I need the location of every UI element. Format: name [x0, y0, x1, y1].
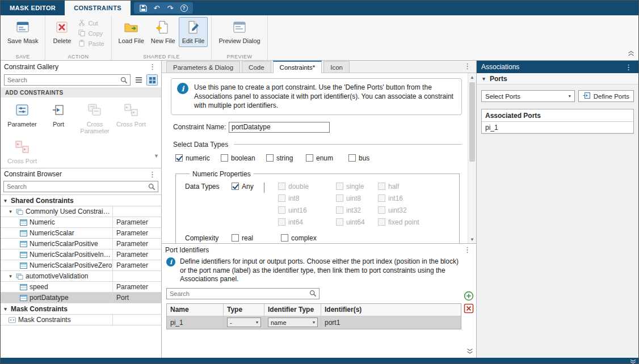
scroll-down-icon[interactable]: ▼ [468, 235, 476, 243]
collapse-statusbar-icon[interactable] [630, 358, 636, 364]
tab-constraints-pane[interactable]: Constraints* [273, 61, 322, 73]
gallery-search-input[interactable] [5, 77, 120, 83]
constraint-form: i Use this pane to create a port constra… [162, 73, 468, 243]
expander-icon[interactable]: ▾ [7, 273, 14, 279]
expander-icon[interactable]: ▾ [2, 198, 9, 204]
editor-scrollbar[interactable]: ▲ ▼ [468, 73, 476, 243]
constraint-icon [20, 294, 27, 302]
associated-ports-table: Associated Ports pi_1 [481, 109, 634, 134]
grid-view-toggle[interactable] [146, 74, 158, 86]
checkbox-enum[interactable]: enum [306, 154, 348, 162]
search-icon [309, 290, 317, 297]
checkbox-string[interactable]: string [266, 154, 306, 162]
checkbox-complex[interactable]: complex [281, 234, 317, 242]
tree-item-numericscalarpositivezero[interactable]: NumericScalarPositiveZero Parameter [1, 260, 161, 271]
constraint-gallery-header: Constraint Gallery ⋮ [1, 61, 161, 73]
gallery-menu-icon[interactable]: ⋮ [147, 63, 158, 70]
type-dropdown[interactable]: -▾ [227, 318, 261, 327]
preview-dialog-button[interactable]: Preview Dialog [215, 17, 263, 47]
tree-item-portdatatype[interactable]: portDatatype Port [1, 293, 161, 303]
checkbox-boolean[interactable]: boolean [221, 154, 266, 162]
ribbon-group-save: Save Mask SAVE [1, 15, 45, 60]
chevron-down-icon: ▾ [256, 320, 258, 325]
column-header-identifier-type: Identifier Type [264, 304, 321, 316]
tree-group-commonly-used[interactable]: ▾ Commonly Used Constraints (R... [1, 206, 161, 217]
cut-icon [78, 19, 85, 27]
undo-icon[interactable]: ↶ [152, 3, 161, 12]
tree-section-mask-constraints[interactable]: ▾ Mask Constraints [1, 303, 161, 315]
new-file-button[interactable]: New File [148, 17, 179, 47]
collapse-panel-icon[interactable] [466, 348, 473, 356]
expander-icon: ▾ [481, 76, 487, 82]
delete-icon [54, 20, 69, 36]
checkbox-bus[interactable]: bus [348, 154, 369, 162]
delete-port-identifier-button[interactable] [464, 303, 474, 314]
library-icon [16, 273, 23, 280]
checkbox-any[interactable]: Any [232, 183, 264, 191]
tree-item-speed[interactable]: speed Parameter [1, 282, 161, 293]
info-text: Use this pane to create a port constrain… [194, 83, 456, 111]
tree-item-numeric[interactable]: Numeric Parameter [1, 217, 161, 228]
browser-search-input[interactable] [4, 183, 148, 190]
delete-button[interactable]: Delete [49, 17, 75, 47]
tree-item-mask-constraints[interactable]: Mask Constraints [1, 315, 161, 325]
associations-menu-icon[interactable]: ⋮ [623, 64, 634, 71]
gallery-scroll-down-icon[interactable]: ▼ [154, 153, 159, 159]
group-label-save: SAVE [1, 54, 45, 60]
checkbox [278, 218, 285, 226]
identifier-type-dropdown[interactable]: name▾ [268, 318, 318, 327]
ribbon-group-preview: Preview Dialog PREVIEW [212, 15, 267, 60]
gallery-item-cross-parameter: Cross Parameter [77, 100, 113, 137]
port-identifiers-menu-icon[interactable]: ⋮ [462, 246, 473, 253]
tab-code[interactable]: Code [242, 61, 271, 73]
tree-item-numericscalarpositive[interactable]: NumericScalarPositive Parameter [1, 239, 161, 249]
ports-section-header[interactable]: ▾ Ports [477, 73, 638, 84]
ribbon-group-shared-file: Load File New File Edit File SHARED FILE [112, 15, 212, 60]
port-identifiers-search-input[interactable] [167, 290, 309, 297]
associated-port-row[interactable]: pi_1 [482, 122, 633, 133]
help-icon[interactable]: ? [179, 3, 188, 12]
tree-group-automotivevalidation[interactable]: ▾ automotiveValidation [1, 271, 161, 282]
checkbox [278, 206, 285, 214]
gallery-item-port[interactable]: Port [40, 100, 77, 137]
checkbox-real[interactable]: real [232, 234, 281, 242]
constraint-gallery-grid: Parameter Port Cross Parameter Cross Por… [1, 98, 161, 168]
tree-item-numericscalar[interactable]: NumericScalar Parameter [1, 228, 161, 239]
numeric-properties-group: Numeric Properties Data Types Any double… [175, 170, 460, 243]
checkbox [306, 154, 313, 162]
redo-icon[interactable]: ↷ [166, 3, 175, 12]
table-row-pi-1[interactable]: pi_1 -▾ name▾ port1 [167, 316, 461, 329]
tab-mask-editor[interactable]: MASK EDITOR [1, 1, 65, 15]
checkbox-numeric[interactable]: numeric [175, 154, 221, 162]
edit-file-button[interactable]: Edit File [179, 17, 208, 47]
define-ports-button[interactable]: Define Ports [578, 90, 634, 102]
select-ports-dropdown[interactable]: Select Ports ▾ [481, 90, 575, 102]
constraint-name-input[interactable] [229, 122, 330, 133]
checkbox [336, 194, 343, 202]
constraint-icon [20, 262, 27, 269]
browser-menu-icon[interactable]: ⋮ [147, 171, 158, 178]
group-label-preview: PREVIEW [212, 54, 267, 60]
expander-icon[interactable]: ▾ [2, 306, 9, 312]
tab-parameters-dialog[interactable]: Parameters & Dialog [166, 61, 240, 73]
save-icon[interactable] [138, 3, 148, 12]
tab-icon[interactable]: Icon [323, 61, 350, 73]
collapse-ribbon-icon[interactable] [628, 50, 634, 58]
editor-menu-icon[interactable]: ⋮ [462, 62, 473, 70]
save-mask-button[interactable]: Save Mask [4, 17, 41, 47]
add-port-identifier-button[interactable] [464, 291, 474, 301]
associations-header: Associations ⋮ [477, 61, 638, 73]
gallery-item-parameter[interactable]: Parameter [4, 100, 40, 137]
constraint-browser-tree: ▾ Shared Constraints ▾ Commonly Used Con… [1, 194, 161, 325]
load-file-button[interactable]: Load File [115, 17, 148, 47]
load-file-icon [124, 20, 138, 36]
port-identifiers-table: Name Type Identifier Type Identifier(s) … [166, 303, 461, 329]
list-view-toggle[interactable] [133, 74, 144, 86]
expander-icon[interactable]: ▾ [7, 209, 14, 214]
tab-constraints[interactable]: CONSTRAINTS [65, 1, 131, 15]
scroll-up-icon[interactable]: ▲ [468, 73, 476, 81]
tree-section-shared-constraints[interactable]: ▾ Shared Constraints [1, 195, 161, 206]
tree-item-numericscalarpositiveinteger[interactable]: NumericScalarPositiveInteger Parameter [1, 249, 161, 260]
port-identifiers-search [166, 288, 320, 299]
scrollbar-thumb[interactable] [469, 82, 475, 162]
